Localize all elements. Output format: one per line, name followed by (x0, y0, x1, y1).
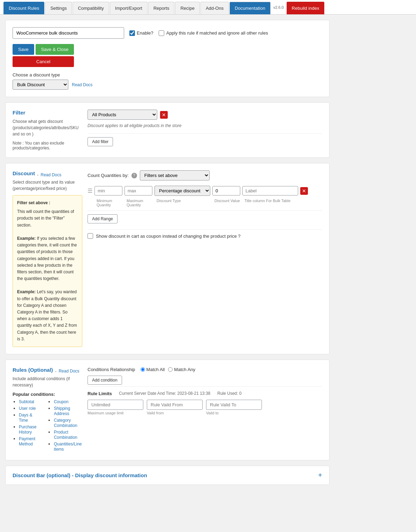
filter-card: Filter Choose what gets discount (produc… (5, 102, 330, 158)
max-usage-field: Maximum usage limit (88, 400, 143, 415)
rules-section-title: Rules (Optional) (13, 367, 53, 373)
apply-rule-checkbox[interactable] (159, 30, 164, 36)
range-remove-button[interactable]: ✕ (300, 187, 308, 195)
popular-conditions-cols: Subtotal User role Days & Time Purchase … (13, 399, 82, 453)
tab-settings[interactable]: Settings (45, 2, 72, 14)
filter-section-title: Filter (13, 110, 82, 116)
discount-card: Discount - Read Docs Select discount typ… (5, 163, 330, 354)
discount-value-col-label: Discount Value (214, 199, 242, 207)
match-all-radio-label[interactable]: Match All (141, 367, 165, 372)
discount-section-desc: Select discount type and its value (perc… (13, 179, 82, 192)
title-col-label: Title column For Bulk Table (244, 199, 300, 207)
filter-select[interactable]: All Products Specific Products Specific … (88, 110, 157, 120)
cond-subtotal-link[interactable]: Subtotal (19, 399, 34, 404)
popular-cond-list-2: Coupon Shipping Address Category Combina… (47, 399, 82, 453)
tab-discount-rules[interactable]: Discount Rules (3, 2, 44, 14)
cond-quantities-line-items-link[interactable]: Quantities/Line items (54, 442, 82, 452)
max-usage-input[interactable] (88, 400, 143, 410)
rules-section-desc: Include additional conditions (if necess… (13, 376, 82, 388)
valid-from-label: Vaild from (147, 411, 203, 415)
tab-compatibility[interactable]: Compatibility (73, 2, 109, 14)
add-condition-button[interactable]: Add condition (88, 376, 122, 385)
info-icon: ? (131, 173, 137, 178)
rule-limits-server-time: Current Server Date And Time: 2023-08-21… (119, 391, 210, 396)
cond-user-role-link[interactable]: User role (19, 406, 36, 411)
add-filter-button[interactable]: Add filter (88, 137, 113, 146)
apply-rule-label: Apply this rule if matched and ignore al… (159, 30, 268, 36)
cond-shipping-address-link[interactable]: Shipping Address (54, 406, 70, 416)
cond-coupon-link[interactable]: Coupon (54, 399, 68, 404)
valid-from-field: Vaild from (147, 400, 203, 415)
match-any-radio-label[interactable]: Match Any (168, 367, 195, 372)
discount-section-title: Discount (13, 170, 35, 176)
tab-rebuild-index[interactable]: Rebuild index (287, 2, 325, 14)
rule-used-label: Rule Used: 0 (217, 391, 241, 396)
cond-purchase-history-link[interactable]: Purchase History (19, 424, 37, 435)
rule-limits-title: Rule Limits (88, 391, 112, 396)
tab-import-export[interactable]: Import/Export (110, 2, 148, 14)
label-input[interactable] (242, 186, 298, 195)
range-column-labels: Minimum Quantity Maximum Quantity Discou… (97, 199, 322, 207)
version-badge: v2.6.0 (271, 4, 286, 11)
cancel-button[interactable]: Cancel (13, 56, 74, 67)
rules-card: Rules (Optional) - Read Docs Include add… (5, 360, 330, 460)
cond-payment-method-link[interactable]: Payment Method (19, 436, 35, 446)
match-all-radio[interactable] (141, 367, 145, 372)
discount-range-row: ☰ Percentage discount Fixed discount Fix… (88, 186, 322, 196)
info-box-content: This will count the quantities of produc… (17, 208, 78, 342)
save-close-button[interactable]: Save & Close (36, 44, 74, 55)
discount-type-range-select[interactable]: Percentage discount Fixed discount Fixed… (154, 186, 210, 196)
max-usage-label: Maximum usage limit (88, 411, 143, 415)
info-box: Filter set above : This will count the q… (13, 195, 82, 347)
coupon-label-text: Show discount in cart as coupon instead … (96, 234, 241, 239)
tab-add-ons[interactable]: Add-Ons (201, 2, 229, 14)
discount-type-read-docs-link[interactable]: Read Docs (72, 82, 92, 87)
discount-type-label: Choose a discount type (13, 72, 322, 77)
discount-bar-title: Discount Bar (optional) - Display discou… (13, 472, 147, 478)
min-qty-label: Minimum Quantity (97, 199, 124, 207)
tab-documentation[interactable]: Documentation (229, 2, 270, 14)
discount-read-docs-link[interactable]: Read Docs (41, 172, 61, 177)
discount-bar-expand-button[interactable]: + (318, 471, 322, 479)
action-buttons: Save Save & Close Cancel (13, 44, 74, 67)
save-button[interactable]: Save (13, 44, 34, 55)
discount-type-select[interactable]: Bulk Discount Cart Discount Buy X Get Y … (13, 80, 68, 90)
valid-to-label: Vaild to (206, 411, 262, 415)
filter-desc-text: Discount applies to all eligible product… (88, 123, 322, 128)
tab-reports[interactable]: Reports (148, 2, 175, 14)
valid-to-input[interactable] (206, 400, 262, 410)
match-any-radio[interactable] (168, 367, 173, 372)
discount-value-input[interactable] (212, 186, 240, 195)
drag-handle-icon[interactable]: ☰ (88, 187, 92, 194)
coupon-option-row: Show discount in cart as coupon instead … (88, 229, 322, 242)
max-quantity-input[interactable] (124, 186, 152, 195)
cond-product-combination-link[interactable]: Product Combination (54, 430, 77, 440)
tab-recipe[interactable]: Recipe (175, 2, 199, 14)
max-qty-label: Maximum Quantity (127, 199, 154, 207)
discount-type-section: Choose a discount type Bulk Discount Car… (13, 72, 322, 90)
rule-name-input[interactable] (13, 27, 124, 39)
valid-from-input[interactable] (147, 400, 203, 410)
add-range-button[interactable]: Add Range (88, 214, 118, 223)
filter-remove-button[interactable]: ✕ (160, 111, 168, 119)
rule-limits-section: Rule Limits Current Server Date And Time… (88, 386, 322, 415)
rules-read-docs-link[interactable]: Read Docs (59, 369, 79, 374)
rule-form-card: Enable? Apply this rule if matched and i… (5, 20, 330, 97)
enable-label: Enable? (129, 30, 153, 36)
popular-conditions-title: Popular conditions: (13, 392, 82, 397)
min-quantity-input[interactable] (94, 186, 122, 195)
filter-section-note: Note : You can also exclude products/cat… (13, 141, 82, 150)
cond-category-combination-link[interactable]: Category Combination (54, 418, 77, 428)
cond-days-time-link[interactable]: Days & Time (19, 413, 32, 423)
conditions-relationship-label: Conditions Relationship (88, 367, 135, 372)
count-qty-label: Count Quantities by: (88, 173, 129, 178)
info-box-title: Filter set above : (17, 200, 78, 206)
discount-bar-card: Discount Bar (optional) - Display discou… (5, 466, 330, 485)
enable-checkbox[interactable] (129, 30, 135, 36)
count-qty-select[interactable]: Filters set above Cart Total Line Item Q… (140, 170, 210, 180)
discount-type-col-label: Discount Type (157, 199, 212, 207)
filter-section-desc: Choose what gets discount (products/cate… (13, 118, 82, 137)
coupon-checkbox[interactable] (88, 233, 93, 239)
top-navigation: Discount Rules Settings Compatibility Im… (0, 0, 416, 15)
radio-group: Match All Match Any (141, 367, 195, 372)
